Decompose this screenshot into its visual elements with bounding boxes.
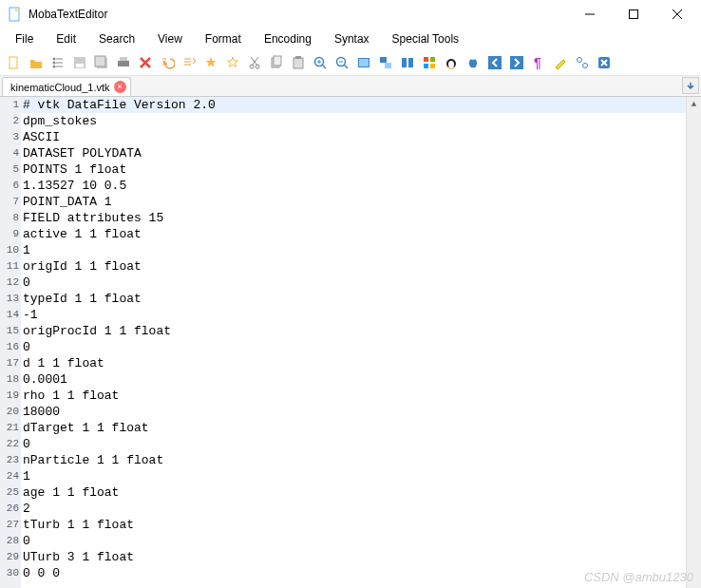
code-line[interactable]: tTurb 1 1 float	[23, 517, 701, 533]
pilcrow-icon[interactable]: ¶	[528, 52, 549, 73]
undo-icon[interactable]	[157, 52, 178, 73]
apple-icon[interactable]	[463, 52, 483, 73]
line-number: 23	[0, 452, 19, 468]
highlight-icon[interactable]	[550, 52, 571, 73]
code-line[interactable]: dpm_stokes	[23, 113, 701, 129]
svg-point-6	[53, 57, 56, 60]
replace-icon[interactable]	[375, 52, 396, 73]
line-number: 28	[0, 533, 19, 549]
svg-rect-42	[359, 59, 369, 66]
code-line[interactable]: typeId 1 1 float	[23, 291, 701, 307]
code-line[interactable]: # vtk DataFile Version 2.0	[23, 97, 701, 113]
open-folder-icon[interactable]	[26, 52, 47, 73]
code-line[interactable]: -1	[23, 307, 701, 323]
code-line[interactable]: 1	[23, 242, 701, 258]
code-line[interactable]: 0	[23, 339, 701, 355]
svg-rect-0	[9, 8, 19, 21]
svg-rect-15	[95, 56, 105, 66]
settings-icon[interactable]	[572, 52, 593, 73]
paste-icon[interactable]	[288, 52, 309, 73]
close-x-icon[interactable]	[594, 52, 615, 73]
line-number: 4	[0, 145, 19, 161]
code-line[interactable]: active 1 1 float	[23, 226, 701, 242]
tree-icon[interactable]	[47, 52, 68, 73]
line-number: 11	[0, 258, 19, 275]
svg-rect-2	[630, 10, 638, 19]
zoom-in-icon[interactable]	[310, 52, 331, 73]
cut-icon[interactable]	[244, 52, 265, 73]
maximize-button[interactable]	[612, 0, 655, 28]
line-number: 7	[0, 194, 19, 210]
menu-syntax[interactable]: Syntax	[323, 30, 381, 47]
close-icon[interactable]	[135, 52, 156, 73]
svg-rect-44	[385, 63, 391, 68]
svg-rect-45	[402, 58, 407, 67]
code-line[interactable]: 0 0 0	[23, 565, 701, 581]
forward-icon[interactable]	[506, 52, 527, 73]
code-line[interactable]: 0	[23, 436, 701, 452]
menu-edit[interactable]: Edit	[45, 30, 87, 47]
code-line[interactable]: 18000	[23, 404, 701, 420]
svg-rect-5	[9, 57, 17, 68]
menubar: FileEditSearchViewFormatEncodingSyntaxSp…	[0, 28, 701, 49]
line-number: 16	[0, 339, 19, 355]
copy-icon[interactable]	[266, 52, 287, 73]
code-line[interactable]: 1	[23, 468, 701, 484]
code-line[interactable]: POINTS 1 float	[23, 161, 701, 178]
editor[interactable]: 1234567891011121314151617181920212223242…	[0, 97, 701, 588]
code-line[interactable]: nParticle 1 1 float	[23, 452, 701, 468]
tab-close-icon[interactable]: ×	[114, 81, 126, 93]
zoom-out-icon[interactable]	[332, 52, 352, 73]
menu-view[interactable]: View	[146, 30, 194, 47]
code-line[interactable]: 2	[23, 501, 701, 517]
tab-dropdown-button[interactable]	[682, 77, 699, 94]
menu-file[interactable]: File	[4, 30, 45, 47]
code-line[interactable]: 0.0001	[23, 371, 701, 388]
line-number: 26	[0, 501, 19, 517]
star-outline-icon[interactable]	[222, 52, 243, 73]
code-line[interactable]: 0	[23, 275, 701, 291]
app-icon	[8, 7, 23, 22]
code-line[interactable]: origProcId 1 1 float	[23, 323, 701, 339]
back-icon[interactable]	[484, 52, 505, 73]
new-file-icon[interactable]	[4, 52, 25, 73]
svg-rect-54	[510, 56, 523, 69]
svg-rect-48	[430, 57, 435, 62]
code-line[interactable]: DATASET POLYDATA	[23, 145, 701, 161]
redo-icon[interactable]	[179, 52, 199, 73]
print-icon[interactable]	[113, 52, 134, 73]
code-line[interactable]: 0	[23, 533, 701, 549]
star-icon[interactable]	[200, 52, 221, 73]
code-line[interactable]: 1.13527 10 0.5	[23, 178, 701, 194]
compare-icon[interactable]	[397, 52, 418, 73]
code-line[interactable]: ASCII	[23, 129, 701, 145]
menu-special-tools[interactable]: Special Tools	[381, 30, 471, 47]
minimize-button[interactable]	[568, 0, 612, 28]
svg-rect-47	[424, 57, 428, 62]
code-line[interactable]: FIELD attributes 15	[23, 210, 701, 226]
linux-icon[interactable]	[441, 52, 462, 73]
code-line[interactable]: origId 1 1 float	[23, 258, 701, 275]
editor-content[interactable]: # vtk DataFile Version 2.0dpm_stokesASCI…	[21, 97, 701, 588]
code-line[interactable]: POINT_DATA 1	[23, 194, 701, 210]
line-number: 13	[0, 291, 19, 307]
code-line[interactable]: age 1 1 float	[23, 484, 701, 501]
code-line[interactable]: UTurb 3 1 float	[23, 549, 701, 565]
window-title: MobaTextEditor	[28, 8, 568, 21]
code-line[interactable]: rho 1 1 float	[23, 388, 701, 404]
svg-rect-50	[430, 64, 435, 68]
menu-format[interactable]: Format	[194, 30, 253, 47]
find-icon[interactable]	[353, 52, 374, 73]
save-all-icon[interactable]	[91, 52, 112, 73]
file-tab[interactable]: kinematicCloud_1.vtk ×	[2, 77, 131, 96]
svg-line-35	[322, 65, 326, 68]
code-line[interactable]: d 1 1 float	[23, 355, 701, 371]
close-window-button[interactable]	[655, 0, 699, 28]
save-icon[interactable]	[69, 52, 90, 73]
code-line[interactable]: dTarget 1 1 float	[23, 420, 701, 436]
menu-search[interactable]: Search	[87, 30, 146, 47]
menu-encoding[interactable]: Encoding	[253, 30, 323, 47]
line-number: 29	[0, 549, 19, 565]
svg-rect-49	[424, 64, 428, 68]
windows-icon[interactable]	[419, 52, 440, 73]
